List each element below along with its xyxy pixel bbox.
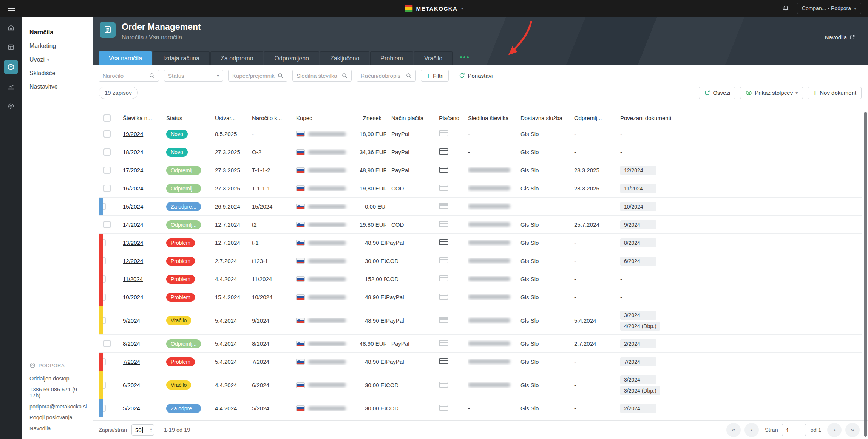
table-row[interactable]: 6/2024Vračilo4.4.20246/202430,00 EURCODG… <box>99 371 862 399</box>
tracking-search-input[interactable]: Sledilna številka <box>292 70 352 82</box>
linked-doc-chip[interactable]: 11/2024 <box>620 184 656 193</box>
table-row[interactable]: 16/2024Odpremlj...27.3.2025T-1-1-119,80 … <box>99 179 862 198</box>
rail-home-icon[interactable] <box>4 20 18 35</box>
select-all-checkbox[interactable] <box>103 114 111 122</box>
page-number-input[interactable]: 1 <box>782 424 806 436</box>
order-number-link[interactable]: 15/2024 <box>123 203 143 210</box>
column-header[interactable]: Ustvar... <box>215 115 252 121</box>
refresh-button[interactable]: Osveži <box>699 87 735 99</box>
number-stepper[interactable]: ▴▾ <box>150 427 152 433</box>
column-header[interactable]: Odpremlj... <box>574 115 620 121</box>
sidebar-item-nastavitve[interactable]: Nastavitve <box>22 80 93 94</box>
order-number-link[interactable]: 17/2024 <box>123 167 143 173</box>
support-link[interactable]: podpora@metakocka.si <box>29 401 85 412</box>
order-number-link[interactable]: 19/2024 <box>123 131 143 137</box>
order-number-link[interactable]: 13/2024 <box>123 240 143 246</box>
order-number-link[interactable]: 10/2024 <box>123 294 143 300</box>
rail-analytics-icon[interactable] <box>4 79 18 94</box>
column-header[interactable]: Način plačila <box>386 115 439 121</box>
order-number-link[interactable]: 12/2024 <box>123 258 143 264</box>
linked-doc-chip[interactable]: 4/2024 (Dbp.) <box>620 322 660 331</box>
column-display-button[interactable]: Prikaz stolpcev ▾ <box>740 87 803 99</box>
account-menu[interactable]: Compan... • Podpora ▾ <box>797 3 861 14</box>
column-header[interactable]: Plačano <box>439 115 468 121</box>
row-checkbox[interactable] <box>103 130 111 138</box>
table-row[interactable]: 19/2024Novo8.5.2025-18,00 EURPayPal-Gls … <box>99 125 862 143</box>
linked-doc-chip[interactable]: 6/2024 <box>620 257 656 266</box>
order-number-link[interactable]: 7/2024 <box>123 359 140 365</box>
tab-odpremljeno[interactable]: Odpremljeno <box>264 51 319 65</box>
new-document-button[interactable]: + Nov dokument <box>808 87 862 99</box>
column-header[interactable]: Kupec <box>296 115 360 121</box>
linked-doc-chip[interactable]: 12/2024 <box>620 166 656 175</box>
app-logo[interactable]: METAKOCKA ▾ <box>405 5 463 12</box>
table-row[interactable]: 5/2024Za odpre...4.4.20245/202430,00 EUR… <box>99 399 862 417</box>
table-row[interactable]: 7/2024Problem5.4.20247/202448,90 EURPayP… <box>99 353 862 371</box>
linked-doc-chip[interactable]: 2/2024 <box>620 404 656 413</box>
row-checkbox[interactable] <box>103 148 111 156</box>
row-checkbox[interactable] <box>103 185 111 192</box>
linked-doc-chip[interactable]: 3/2024 <box>620 375 656 384</box>
invoice-search-input[interactable]: Račun/dobropis <box>357 70 416 82</box>
linked-doc-chip[interactable]: 7/2024 <box>620 357 656 366</box>
table-row[interactable]: 10/2024Problem15.4.202410/202448,90 EURP… <box>99 288 862 306</box>
hamburger-menu-icon[interactable] <box>8 3 19 14</box>
status-select[interactable]: Status ▾ <box>164 70 223 82</box>
row-checkbox[interactable] <box>103 340 111 347</box>
table-row[interactable]: 12/2024Problem2.7.2024t123-130,00 EURCOD… <box>99 252 862 270</box>
support-link[interactable]: Oddaljen dostop <box>29 373 85 384</box>
filters-button[interactable]: + Filtri <box>421 70 449 82</box>
column-header[interactable]: Sledilna številka <box>468 115 520 121</box>
bell-icon[interactable] <box>782 5 789 12</box>
linked-doc-chip[interactable]: 2/2024 <box>620 339 656 348</box>
order-number-link[interactable]: 18/2024 <box>123 149 143 155</box>
table-row[interactable]: 14/2024Odpremlj...12.7.2024t219,80 EURCO… <box>99 216 862 234</box>
table-row[interactable]: 13/2024Problem12.7.2024t-148,90 EURPayPa… <box>99 234 862 252</box>
column-header[interactable]: Povezani dokumenti <box>620 115 862 121</box>
rail-modules-icon[interactable] <box>4 40 18 54</box>
sidebar-item-marketing[interactable]: Marketing <box>22 39 93 53</box>
order-number-link[interactable]: 8/2024 <box>123 340 140 347</box>
sidebar-item-uvozi[interactable]: Uvozi▾ <box>22 53 93 66</box>
table-row[interactable]: 8/2024Odpremlj...5.4.20248/202448,90 EUR… <box>99 335 862 353</box>
support-link[interactable]: +386 59 086 671 (9 – 17h) <box>29 384 85 401</box>
prev-page-button[interactable]: ‹ <box>744 423 759 437</box>
column-header[interactable]: Status <box>166 115 215 121</box>
tab-izdaja-ra-una[interactable]: Izdaja računa <box>153 51 210 65</box>
linked-doc-chip[interactable]: 10/2024 <box>620 202 656 211</box>
support-link[interactable]: Pogoji poslovanja <box>29 412 85 423</box>
order-number-link[interactable]: 6/2024 <box>123 382 140 388</box>
linked-doc-chip[interactable]: 8/2024 <box>620 238 656 247</box>
next-page-button[interactable]: › <box>827 423 842 437</box>
row-checkbox[interactable] <box>103 167 111 174</box>
table-row[interactable]: 18/2024Novo27.3.2025O-234,36 EURPayPal-G… <box>99 143 862 161</box>
last-page-button[interactable]: » <box>845 423 860 437</box>
order-search-input[interactable]: Naročilo <box>99 70 159 82</box>
tab-za-odpremo[interactable]: Za odpremo <box>210 51 263 65</box>
reset-filters-button[interactable]: Ponastavi <box>454 70 498 82</box>
order-number-link[interactable]: 9/2024 <box>123 317 140 324</box>
support-link[interactable]: Navodila <box>29 423 85 434</box>
order-number-link[interactable]: 14/2024 <box>123 221 143 228</box>
table-row[interactable]: 17/2024Odpremlj...27.3.2025T-1-1-248,90 … <box>99 161 862 179</box>
order-number-link[interactable]: 16/2024 <box>123 185 143 192</box>
rail-orders-icon[interactable] <box>4 60 18 74</box>
tabs-overflow-button[interactable] <box>459 55 470 60</box>
sidebar-item-skladišče[interactable]: Skladišče <box>22 66 93 80</box>
navodila-link[interactable]: Navodila <box>825 34 855 40</box>
linked-doc-chip[interactable]: 3/2024 (Dbp.) <box>620 386 660 395</box>
column-header[interactable]: Znesek <box>360 115 386 121</box>
column-header[interactable]: Dostavna služba <box>520 115 574 121</box>
column-header[interactable]: Naročilo k... <box>252 115 296 121</box>
order-number-link[interactable]: 5/2024 <box>123 405 140 411</box>
per-page-input[interactable]: 50 ▴▾ <box>131 424 154 436</box>
sidebar-item-naročila[interactable]: Naročila <box>22 26 93 39</box>
first-page-button[interactable]: « <box>726 423 741 437</box>
tab-vsa-naro-ila[interactable]: Vsa naročila <box>99 51 152 65</box>
linked-doc-chip[interactable]: 9/2024 <box>620 220 656 229</box>
tab-vra-ilo[interactable]: Vračilo <box>414 51 453 65</box>
rail-settings-gear-icon[interactable] <box>4 99 18 113</box>
table-row[interactable]: 9/2024Vračilo5.4.20249/202448,90 EURPayP… <box>99 306 862 335</box>
customer-search-input[interactable]: Kupec/prejemnik <box>228 70 287 82</box>
tab-zaklju-eno[interactable]: Zaključeno <box>320 51 369 65</box>
